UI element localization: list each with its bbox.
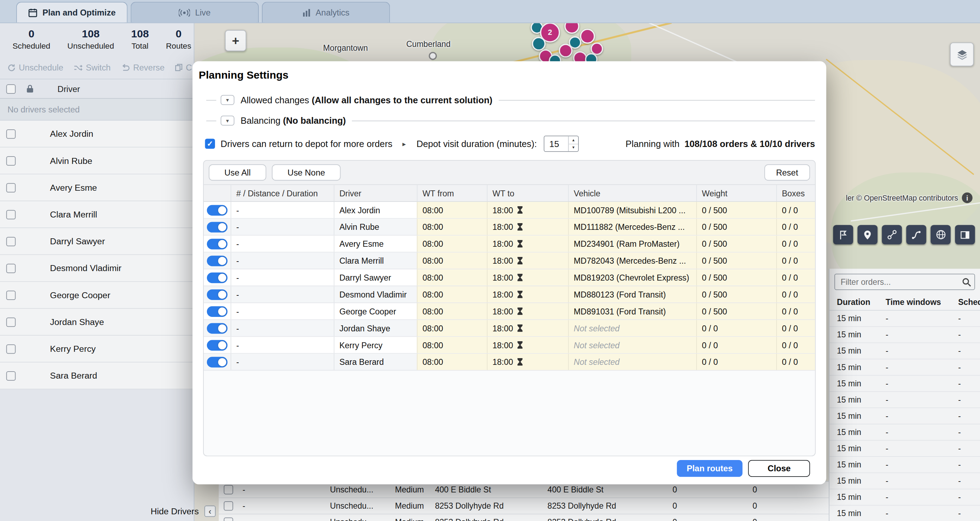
close-button[interactable]: Close: [748, 460, 810, 477]
wt-to-cell[interactable]: 18:00: [487, 219, 568, 235]
column-header-distance[interactable]: # / Distance / Duration: [231, 185, 334, 201]
distance-cell: -: [231, 354, 334, 370]
wt-from-cell[interactable]: 08:00: [417, 269, 487, 286]
driver-enabled-toggle[interactable]: [207, 238, 228, 249]
weight-cell[interactable]: 0 / 0: [696, 320, 776, 336]
chevron-down-icon[interactable]: ▾: [221, 95, 234, 105]
plan-routes-button[interactable]: Plan routes: [677, 460, 743, 477]
wt-to-cell[interactable]: 18:00: [487, 269, 568, 286]
driver-name-cell: Desmond Vladimir: [334, 286, 417, 302]
boxes-cell[interactable]: 0 / 0: [776, 354, 815, 370]
driver-enabled-toggle[interactable]: [207, 272, 228, 283]
vehicle-cell[interactable]: Not selected: [568, 337, 696, 353]
vehicle-cell[interactable]: MD891031 (Ford Transit): [568, 303, 696, 319]
driver-enabled-toggle[interactable]: [207, 340, 228, 350]
vehicle-cell[interactable]: MD782043 (Mercedes-Benz ...: [568, 253, 696, 268]
boxes-cell[interactable]: 0 / 0: [776, 235, 815, 252]
column-header-boxes[interactable]: Boxes: [776, 185, 815, 201]
wt-from-cell[interactable]: 08:00: [417, 286, 487, 302]
weight-cell[interactable]: 0 / 500: [696, 303, 776, 319]
driver-enabled-toggle[interactable]: [207, 255, 228, 266]
wt-to-cell[interactable]: 18:00: [487, 235, 568, 252]
section-label: Allowed changes: [241, 95, 309, 105]
weight-cell[interactable]: 0 / 500: [696, 269, 776, 286]
wt-to-cell[interactable]: 18:00: [487, 253, 568, 268]
caret-right-icon[interactable]: ▸: [402, 140, 406, 148]
driver-enabled-toggle[interactable]: [207, 323, 228, 334]
hourglass-icon: [517, 206, 523, 214]
weight-cell[interactable]: 0 / 500: [696, 202, 776, 218]
vehicle-cell[interactable]: MD880123 (Ford Transit): [568, 286, 696, 302]
boxes-cell[interactable]: 0 / 0: [776, 320, 815, 336]
vehicle-cell[interactable]: MD100789 (Mitsubishi L200 ...: [568, 202, 696, 218]
wt-to-cell[interactable]: 18:00: [487, 303, 568, 319]
divider: [206, 120, 216, 121]
number-stepper: ▴ ▾: [568, 137, 578, 152]
hourglass-icon: [517, 223, 523, 230]
vehicle-cell[interactable]: Not selected: [568, 320, 696, 336]
weight-cell[interactable]: 0 / 0: [696, 354, 776, 370]
section-balancing: ▾ Balancing (No balancing): [206, 116, 815, 125]
column-header-weight[interactable]: Weight: [696, 185, 776, 201]
column-header-wt-to[interactable]: WT to: [487, 185, 568, 201]
weight-cell[interactable]: 0 / 0: [696, 337, 776, 353]
step-up-icon[interactable]: ▴: [569, 137, 578, 144]
boxes-cell[interactable]: 0 / 0: [776, 286, 815, 302]
config-table-header: # / Distance / Duration Driver WT from W…: [204, 185, 815, 202]
weight-cell[interactable]: 0 / 500: [696, 219, 776, 235]
depot-duration-input[interactable]: 15 ▴ ▾: [544, 136, 579, 152]
planning-driver-row: - Darryl Sawyer 08:00 18:00 MD819203 (Ch…: [204, 269, 815, 286]
toggle-cell: [204, 320, 231, 336]
wt-from-cell[interactable]: 08:00: [417, 354, 487, 370]
wt-from-cell[interactable]: 08:00: [417, 253, 487, 268]
driver-enabled-toggle[interactable]: [207, 222, 228, 232]
wt-to-cell[interactable]: 18:00: [487, 286, 568, 302]
column-header-vehicle[interactable]: Vehicle: [568, 185, 696, 201]
use-all-button[interactable]: Use All: [209, 164, 266, 181]
wt-to-cell[interactable]: 18:00: [487, 320, 568, 336]
chevron-down-icon[interactable]: ▾: [221, 116, 234, 125]
divider: [352, 120, 815, 121]
wt-to-cell[interactable]: 18:00: [487, 202, 568, 218]
vehicle-cell[interactable]: MD819203 (Chevrolet Express): [568, 269, 696, 286]
column-header-driver[interactable]: Driver: [334, 185, 417, 201]
weight-cell[interactable]: 0 / 500: [696, 253, 776, 268]
driver-name-cell: Avery Esme: [334, 235, 417, 252]
wt-from-cell[interactable]: 08:00: [417, 202, 487, 218]
planning-summary: Planning with 108/108 orders & 10/10 dri…: [626, 139, 815, 149]
boxes-cell[interactable]: 0 / 0: [776, 337, 815, 353]
depot-duration-value[interactable]: 15: [544, 137, 568, 152]
driver-enabled-toggle[interactable]: [207, 289, 228, 300]
wt-from-cell[interactable]: 08:00: [417, 303, 487, 319]
vehicle-cell[interactable]: MD111882 (Mercedes-Benz ...: [568, 219, 696, 235]
reset-button[interactable]: Reset: [764, 164, 810, 181]
vehicle-cell[interactable]: Not selected: [568, 354, 696, 370]
weight-cell[interactable]: 0 / 500: [696, 286, 776, 302]
driver-name-cell: Jordan Shaye: [334, 320, 417, 336]
use-none-button[interactable]: Use None: [272, 164, 340, 181]
weight-cell[interactable]: 0 / 500: [696, 235, 776, 252]
boxes-cell[interactable]: 0 / 0: [776, 202, 815, 218]
step-down-icon[interactable]: ▾: [569, 144, 578, 151]
wt-from-cell[interactable]: 08:00: [417, 320, 487, 336]
driver-enabled-toggle[interactable]: [207, 356, 228, 367]
wt-from-cell[interactable]: 08:00: [417, 235, 487, 252]
planning-summary-counts: 108/108 orders & 10/10 drivers: [684, 139, 815, 149]
boxes-cell[interactable]: 0 / 0: [776, 269, 815, 286]
wt-to-cell[interactable]: 18:00: [487, 337, 568, 353]
vehicle-cell[interactable]: MD234901 (Ram ProMaster): [568, 235, 696, 252]
driver-enabled-toggle[interactable]: [207, 205, 228, 215]
wt-from-cell[interactable]: 08:00: [417, 219, 487, 235]
driver-enabled-toggle[interactable]: [207, 306, 228, 316]
wt-to-cell[interactable]: 18:00: [487, 354, 568, 370]
return-to-depot-checkbox[interactable]: [205, 139, 215, 149]
wt-from-cell[interactable]: 08:00: [417, 337, 487, 353]
boxes-cell[interactable]: 0 / 0: [776, 219, 815, 235]
wt-to-value: 18:00: [492, 340, 513, 350]
distance-cell: -: [231, 269, 334, 286]
boxes-cell[interactable]: 0 / 0: [776, 253, 815, 268]
column-header-wt-from[interactable]: WT from: [417, 185, 487, 201]
driver-name-cell: Clara Merrill: [334, 253, 417, 268]
boxes-cell[interactable]: 0 / 0: [776, 303, 815, 319]
wt-to-value: 18:00: [492, 256, 513, 265]
